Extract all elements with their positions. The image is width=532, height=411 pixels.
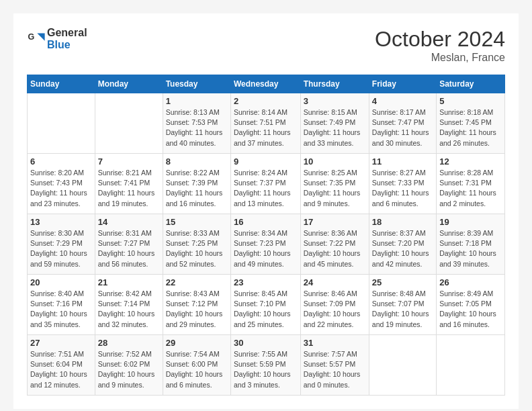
day-info: Sunrise: 8:48 AM Sunset: 7:07 PM Dayligh…	[372, 289, 433, 330]
day-number: 11	[372, 156, 433, 167]
day-info: Sunrise: 8:30 AM Sunset: 7:29 PM Dayligh…	[30, 228, 92, 269]
day-info: Sunrise: 8:20 AM Sunset: 7:43 PM Dayligh…	[30, 168, 92, 209]
day-info: Sunrise: 8:39 AM Sunset: 7:18 PM Dayligh…	[439, 228, 502, 269]
day-cell: 13Sunrise: 8:30 AM Sunset: 7:29 PM Dayli…	[28, 214, 95, 275]
day-cell: 28Sunrise: 7:52 AM Sunset: 6:02 PM Dayli…	[95, 335, 163, 396]
col-thursday: Thursday	[300, 75, 369, 93]
day-number: 20	[30, 277, 92, 287]
day-cell	[95, 93, 163, 154]
month-title: October 2024	[375, 27, 505, 52]
day-info: Sunrise: 8:17 AM Sunset: 7:47 PM Dayligh…	[372, 107, 433, 148]
title-area: October 2024 Meslan, France	[375, 27, 505, 64]
logo: G General Blue	[27, 27, 87, 51]
day-number: 25	[372, 277, 433, 287]
day-info: Sunrise: 8:21 AM Sunset: 7:41 PM Dayligh…	[98, 168, 160, 209]
day-info: Sunrise: 8:25 AM Sunset: 7:35 PM Dayligh…	[304, 168, 366, 209]
day-number: 9	[234, 156, 298, 167]
day-info: Sunrise: 8:33 AM Sunset: 7:25 PM Dayligh…	[166, 228, 228, 269]
col-monday: Monday	[95, 75, 163, 93]
day-cell: 9Sunrise: 8:24 AM Sunset: 7:37 PM Daylig…	[230, 154, 300, 214]
day-cell: 12Sunrise: 8:28 AM Sunset: 7:31 PM Dayli…	[437, 154, 505, 214]
day-number: 31	[304, 338, 366, 348]
day-number: 27	[30, 338, 92, 348]
day-info: Sunrise: 8:42 AM Sunset: 7:14 PM Dayligh…	[98, 289, 160, 330]
day-cell: 11Sunrise: 8:27 AM Sunset: 7:33 PM Dayli…	[369, 154, 436, 214]
svg-marker-1	[37, 34, 44, 41]
day-number: 24	[304, 277, 366, 287]
day-info: Sunrise: 8:45 AM Sunset: 7:10 PM Dayligh…	[234, 289, 298, 330]
day-number: 12	[439, 156, 502, 167]
day-cell	[437, 335, 505, 396]
col-tuesday: Tuesday	[163, 75, 230, 93]
day-info: Sunrise: 7:54 AM Sunset: 6:00 PM Dayligh…	[166, 349, 228, 390]
day-cell: 4Sunrise: 8:17 AM Sunset: 7:47 PM Daylig…	[369, 93, 436, 154]
day-info: Sunrise: 7:51 AM Sunset: 6:04 PM Dayligh…	[30, 349, 92, 390]
day-cell: 3Sunrise: 8:15 AM Sunset: 7:49 PM Daylig…	[300, 93, 369, 154]
day-number: 18	[372, 217, 433, 227]
day-number: 28	[98, 338, 160, 348]
day-cell: 25Sunrise: 8:48 AM Sunset: 7:07 PM Dayli…	[369, 275, 436, 335]
day-info: Sunrise: 8:28 AM Sunset: 7:31 PM Dayligh…	[439, 168, 502, 209]
day-cell: 14Sunrise: 8:31 AM Sunset: 7:27 PM Dayli…	[95, 214, 163, 275]
calendar-container: G General Blue October 2024 Meslan, Fran…	[13, 13, 519, 409]
day-cell: 21Sunrise: 8:42 AM Sunset: 7:14 PM Dayli…	[95, 275, 163, 335]
day-cell: 8Sunrise: 8:22 AM Sunset: 7:39 PM Daylig…	[163, 154, 230, 214]
day-number: 19	[439, 217, 502, 227]
day-cell: 18Sunrise: 8:37 AM Sunset: 7:20 PM Dayli…	[369, 214, 436, 275]
day-info: Sunrise: 8:36 AM Sunset: 7:22 PM Dayligh…	[304, 228, 366, 269]
day-info: Sunrise: 8:13 AM Sunset: 7:53 PM Dayligh…	[166, 107, 228, 148]
svg-text:G: G	[28, 32, 34, 42]
calendar-table: Sunday Monday Tuesday Wednesday Thursday…	[27, 75, 505, 396]
day-number: 3	[304, 96, 366, 106]
day-number: 30	[234, 338, 298, 348]
day-number: 17	[304, 217, 366, 227]
day-number: 8	[166, 156, 228, 167]
day-cell: 29Sunrise: 7:54 AM Sunset: 6:00 PM Dayli…	[163, 335, 230, 396]
day-info: Sunrise: 8:37 AM Sunset: 7:20 PM Dayligh…	[372, 228, 433, 269]
day-number: 5	[439, 96, 502, 106]
day-info: Sunrise: 8:40 AM Sunset: 7:16 PM Dayligh…	[30, 289, 92, 330]
day-cell: 17Sunrise: 8:36 AM Sunset: 7:22 PM Dayli…	[300, 214, 369, 275]
day-number: 2	[234, 96, 298, 106]
day-cell: 31Sunrise: 7:57 AM Sunset: 5:57 PM Dayli…	[300, 335, 369, 396]
day-info: Sunrise: 8:15 AM Sunset: 7:49 PM Dayligh…	[304, 107, 366, 148]
day-cell: 2Sunrise: 8:14 AM Sunset: 7:51 PM Daylig…	[230, 93, 300, 154]
weekday-header-row: Sunday Monday Tuesday Wednesday Thursday…	[28, 75, 505, 93]
day-number: 6	[30, 156, 92, 167]
col-sunday: Sunday	[28, 75, 95, 93]
day-info: Sunrise: 8:14 AM Sunset: 7:51 PM Dayligh…	[234, 107, 298, 148]
day-info: Sunrise: 8:22 AM Sunset: 7:39 PM Dayligh…	[166, 168, 228, 209]
day-cell: 16Sunrise: 8:34 AM Sunset: 7:23 PM Dayli…	[230, 214, 300, 275]
day-number: 14	[98, 217, 160, 227]
logo-text: General Blue	[47, 27, 87, 51]
day-number: 10	[304, 156, 366, 167]
week-row-3: 20Sunrise: 8:40 AM Sunset: 7:16 PM Dayli…	[28, 275, 505, 335]
day-cell: 1Sunrise: 8:13 AM Sunset: 7:53 PM Daylig…	[163, 93, 230, 154]
day-number: 15	[166, 217, 228, 227]
day-info: Sunrise: 7:52 AM Sunset: 6:02 PM Dayligh…	[98, 349, 160, 390]
day-number: 16	[234, 217, 298, 227]
day-info: Sunrise: 8:49 AM Sunset: 7:05 PM Dayligh…	[439, 289, 502, 330]
day-cell: 23Sunrise: 8:45 AM Sunset: 7:10 PM Dayli…	[230, 275, 300, 335]
day-number: 13	[30, 217, 92, 227]
day-cell: 10Sunrise: 8:25 AM Sunset: 7:35 PM Dayli…	[300, 154, 369, 214]
day-cell: 22Sunrise: 8:43 AM Sunset: 7:12 PM Dayli…	[163, 275, 230, 335]
day-info: Sunrise: 7:57 AM Sunset: 5:57 PM Dayligh…	[304, 349, 366, 390]
day-info: Sunrise: 8:43 AM Sunset: 7:12 PM Dayligh…	[166, 289, 228, 330]
day-cell: 5Sunrise: 8:18 AM Sunset: 7:45 PM Daylig…	[437, 93, 505, 154]
day-cell	[28, 93, 95, 154]
day-info: Sunrise: 8:18 AM Sunset: 7:45 PM Dayligh…	[439, 107, 502, 148]
week-row-0: 1Sunrise: 8:13 AM Sunset: 7:53 PM Daylig…	[28, 93, 505, 154]
day-cell: 26Sunrise: 8:49 AM Sunset: 7:05 PM Dayli…	[437, 275, 505, 335]
day-cell: 15Sunrise: 8:33 AM Sunset: 7:25 PM Dayli…	[163, 214, 230, 275]
week-row-1: 6Sunrise: 8:20 AM Sunset: 7:43 PM Daylig…	[28, 154, 505, 214]
day-cell: 19Sunrise: 8:39 AM Sunset: 7:18 PM Dayli…	[437, 214, 505, 275]
day-cell: 24Sunrise: 8:46 AM Sunset: 7:09 PM Dayli…	[300, 275, 369, 335]
day-number: 26	[439, 277, 502, 287]
day-cell: 6Sunrise: 8:20 AM Sunset: 7:43 PM Daylig…	[28, 154, 95, 214]
day-info: Sunrise: 8:34 AM Sunset: 7:23 PM Dayligh…	[234, 228, 298, 269]
location: Meslan, France	[375, 52, 505, 64]
logo-icon: G	[27, 30, 46, 48]
day-number: 1	[166, 96, 228, 106]
calendar-header: G General Blue October 2024 Meslan, Fran…	[27, 27, 505, 64]
